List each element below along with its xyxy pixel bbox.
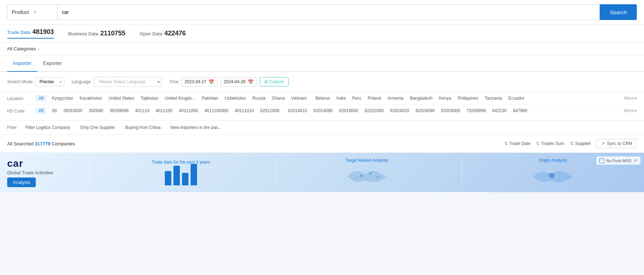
svg-point-6 bbox=[550, 174, 554, 178]
sync-to-crm-button[interactable]: ↗ Sync to CRM bbox=[596, 139, 637, 148]
origin-analysis-title[interactable]: Origin Analysis bbox=[539, 158, 567, 163]
time-group: Time 2023-04-27 📅 2024-04-26 📅 ⊞ Custom bbox=[169, 77, 289, 87]
open-data-label: Open Data bbox=[140, 31, 162, 36]
hs-tag-3[interactable]: 39269099 bbox=[107, 108, 131, 114]
custom-button[interactable]: ⊞ Custom bbox=[260, 77, 289, 86]
location-all-tag[interactable]: All bbox=[36, 95, 46, 101]
location-tag-16[interactable]: Kenya bbox=[437, 95, 453, 101]
chip-china[interactable]: Buying from China bbox=[124, 124, 162, 131]
search-type-select[interactable]: Product ▾ bbox=[7, 4, 57, 20]
search-mode-group: Search Mode Precise Fuzzy bbox=[7, 77, 64, 86]
trade-data-section-title[interactable]: Trade data for the past 3 years bbox=[152, 160, 210, 165]
location-more-link[interactable]: More ▾ bbox=[624, 96, 637, 101]
sort-trades-sum[interactable]: ⇅ Trades Sum bbox=[536, 141, 564, 146]
hs-code-label: HS Code bbox=[7, 108, 32, 114]
trade-data-stat[interactable]: Trade Data 481903 bbox=[7, 28, 54, 39]
open-data-value: 422476 bbox=[164, 30, 186, 37]
date-from-value: 2023-04-27 bbox=[185, 79, 206, 84]
search-mode-select-wrapper: Precise Fuzzy bbox=[35, 77, 64, 86]
hs-tag-2[interactable]: 392690 bbox=[87, 108, 105, 114]
hs-tag-14[interactable]: 62024010 bbox=[388, 108, 411, 114]
trade-data-value: 481903 bbox=[33, 28, 54, 36]
checkbox-icon[interactable] bbox=[599, 158, 604, 163]
trade-data-section: Trade data for the past 3 years bbox=[89, 160, 265, 185]
svg-point-2 bbox=[369, 172, 372, 175]
language-select-wrapper: Please Select Language English Chinese bbox=[94, 77, 162, 87]
chevron-down-icon-2: ▾ bbox=[635, 108, 637, 113]
close-icon[interactable]: ✕ bbox=[634, 158, 638, 163]
hs-tag-6[interactable]: 40111000 bbox=[177, 108, 200, 114]
hs-tag-18[interactable]: 842230 bbox=[490, 108, 508, 114]
location-tag-12[interactable]: Peru bbox=[350, 95, 363, 101]
hs-code-row: HS Code All 00 39263000 392690 39269099 … bbox=[7, 105, 637, 117]
location-tag-18[interactable]: Tanzania bbox=[483, 95, 504, 101]
location-tag-0[interactable]: Kyrgyzstan bbox=[50, 95, 75, 101]
categories-row[interactable]: All Categories › bbox=[0, 42, 644, 55]
location-tag-14[interactable]: Armenia bbox=[385, 95, 406, 101]
hs-tag-8[interactable]: 40111010 bbox=[232, 108, 256, 114]
location-tag-11[interactable]: India bbox=[334, 95, 348, 101]
search-mode-select[interactable]: Precise Fuzzy bbox=[35, 77, 64, 86]
analysis-panel: car Global Trade Activities Analysis Tra… bbox=[0, 153, 644, 192]
hs-code-all-tag[interactable]: All bbox=[36, 108, 46, 114]
hs-tag-7[interactable]: 4011100000 bbox=[202, 108, 231, 114]
business-data-stat[interactable]: Business Data 2110755 bbox=[68, 30, 126, 37]
location-tag-19[interactable]: Ecuador bbox=[506, 95, 527, 101]
hs-tag-1[interactable]: 39263000 bbox=[61, 108, 84, 114]
location-tag-17[interactable]: Philippines bbox=[456, 95, 481, 101]
search-button[interactable]: Search bbox=[600, 4, 637, 20]
hs-tag-10[interactable]: 62014010 bbox=[286, 108, 309, 114]
target-market-title[interactable]: Target Market Analysis bbox=[345, 158, 389, 163]
grid-icon: ⊞ bbox=[264, 79, 268, 84]
chip-logitics[interactable]: Filter Logitics Company bbox=[24, 124, 72, 131]
hs-tag-12[interactable]: 62019000 bbox=[337, 108, 360, 114]
location-tag-10[interactable]: Belarus bbox=[313, 95, 332, 101]
date-to-input[interactable]: 2024-04-26 📅 bbox=[220, 77, 256, 87]
car-title: car bbox=[7, 158, 23, 169]
sort-supplier[interactable]: ⇅ Supplier bbox=[570, 141, 591, 146]
location-tag-9[interactable]: Vietnam bbox=[289, 95, 309, 101]
hs-tag-16[interactable]: 62029000 bbox=[439, 108, 462, 114]
open-data-stat[interactable]: Open Data 422476 bbox=[140, 30, 186, 37]
location-tag-3[interactable]: Tajikistan bbox=[138, 95, 160, 101]
location-tag-13[interactable]: Poland bbox=[365, 95, 383, 101]
location-tag-5[interactable]: Pakistan bbox=[200, 95, 220, 101]
location-tag-8[interactable]: Ghana bbox=[270, 95, 287, 101]
hs-tag-11[interactable]: 62014090 bbox=[311, 108, 335, 114]
origin-map bbox=[530, 166, 576, 187]
chip-one-supplier[interactable]: Only One Supplier bbox=[79, 124, 117, 131]
chip-new-importers[interactable]: New importers in the pas... bbox=[169, 124, 223, 131]
hs-tag-5[interactable]: 4011100 bbox=[154, 108, 175, 114]
filter-chips-row: Filter Filter Logitics Company Only One … bbox=[0, 121, 644, 135]
tabs-row: Importer Exporter bbox=[0, 55, 644, 72]
filter-label: Filter bbox=[7, 125, 17, 130]
hs-tag-13[interactable]: 62022000 bbox=[362, 108, 385, 114]
location-row: Location All Kyrgyzstan Kazakhstan Unite… bbox=[7, 92, 637, 105]
location-tag-6[interactable]: Uzbekistan bbox=[222, 95, 248, 101]
sort-trade-date-label: Trade Date bbox=[509, 141, 531, 146]
hs-tag-15[interactable]: 62024090 bbox=[413, 108, 437, 114]
location-tag-7[interactable]: Russia bbox=[250, 95, 268, 101]
hs-tag-0[interactable]: 00 bbox=[50, 108, 59, 114]
location-tag-15[interactable]: Bangladesh bbox=[408, 95, 434, 101]
filter-controls: Search Mode Precise Fuzzy Language Pleas… bbox=[0, 72, 644, 92]
trade-chart bbox=[165, 168, 197, 185]
location-tag-1[interactable]: Kazakhstan bbox=[78, 95, 104, 101]
stats-row: Trade Data 481903 Business Data 2110755 … bbox=[0, 25, 644, 42]
hs-tag-19[interactable]: 847989 bbox=[511, 108, 529, 114]
sort-trade-date[interactable]: ⇅ Trade Date bbox=[504, 141, 531, 146]
hs-tag-4[interactable]: 401110 bbox=[133, 108, 152, 114]
hs-code-more-link[interactable]: More ▾ bbox=[624, 108, 637, 113]
tab-importer[interactable]: Importer bbox=[7, 55, 37, 72]
location-tag-4[interactable]: United Kingdo... bbox=[163, 95, 197, 101]
location-tag-2[interactable]: United States bbox=[106, 95, 136, 101]
analysis-button[interactable]: Analysis bbox=[7, 178, 36, 187]
target-market-map bbox=[344, 166, 390, 187]
search-input[interactable] bbox=[57, 4, 600, 20]
hs-tag-17[interactable]: 73269099 bbox=[464, 108, 488, 114]
date-from-input[interactable]: 2023-04-27 📅 bbox=[181, 77, 217, 87]
hs-tag-9[interactable]: 62012000 bbox=[258, 108, 281, 114]
tab-exporter[interactable]: Exporter bbox=[37, 55, 68, 72]
sort-trades-sum-label: Trades Sum bbox=[541, 141, 564, 146]
language-select[interactable]: Please Select Language English Chinese bbox=[94, 77, 162, 87]
